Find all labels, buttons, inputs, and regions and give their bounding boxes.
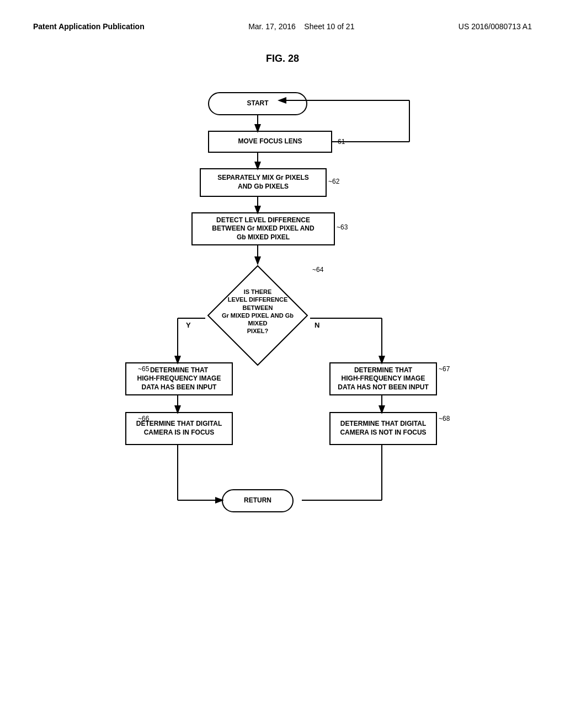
step-66: DETERMINE THAT DIGITAL CAMERA IS IN FOCU… [125,412,233,445]
start-node: START [208,92,307,115]
step-65: DETERMINE THAT HIGH-FREQUENCY IMAGE DATA… [125,362,233,395]
step65-line2: HIGH-FREQUENCY IMAGE [137,374,221,383]
step64-line4: PIXEL? [216,327,299,335]
ref-64: ~64 [312,266,323,274]
step-61: MOVE FOCUS LENS [208,131,332,153]
step64-line3: Gr MIXED PIXEL AND Gb MIXED [216,312,299,328]
step67-line3: DATA HAS NOT BEEN INPUT [338,383,428,392]
step63-line2: BETWEEN Gr MIXED PIXEL AND [212,224,314,233]
step61-label: MOVE FOCUS LENS [238,137,302,146]
step62-line2: AND Gb PIXELS [217,183,309,191]
header-patent-number: US 2016/0080713 A1 [459,22,532,31]
step63-line1: DETECT LEVEL DIFFERENCE [212,216,314,225]
step-64-diamond: IS THERE LEVEL DIFFERENCE BETWEEN Gr MIX… [205,263,310,368]
step68-line1: DETERMINE THAT DIGITAL [340,420,426,429]
ref-68: ~68 [439,415,450,422]
start-label: START [247,99,268,108]
step64-line1: IS THERE [216,288,299,296]
step66-line2: CAMERA IS IN FOCUS [136,429,222,437]
figure-title: FIG. 28 [0,53,565,65]
step-68: DETERMINE THAT DIGITAL CAMERA IS NOT IN … [329,412,437,445]
step66-line1: DETERMINE THAT DIGITAL [136,420,222,429]
n-text: N [315,321,319,329]
step68-line2: CAMERA IS NOT IN FOCUS [340,429,426,437]
label-y: Y [186,321,191,329]
flowchart: START MOVE FOCUS LENS ~61 SEPARATELY MIX… [89,81,476,577]
y-text: Y [186,321,191,329]
ref-62: ~62 [328,178,339,185]
step64-line2: LEVEL DIFFERENCE BETWEEN [216,296,299,312]
ref-61: ~61 [334,138,345,146]
ref-67: ~67 [439,365,450,373]
header-date-sheet: Mar. 17, 2016 Sheet 10 of 21 [248,22,354,31]
patent-number-text: US 2016/0080713 A1 [459,22,532,31]
date-text: Mar. 17, 2016 [248,22,296,31]
step64-text: IS THERE LEVEL DIFFERENCE BETWEEN Gr MIX… [205,288,310,335]
step65-line1: DETERMINE THAT [137,366,221,375]
step-63: DETECT LEVEL DIFFERENCE BETWEEN Gr MIXED… [191,212,335,245]
label-n: N [315,321,319,329]
ref-63: ~63 [337,223,348,231]
step65-line3: DATA HAS BEEN INPUT [137,383,221,392]
return-label: RETURN [244,496,271,505]
publication-text: Patent Application Publication [33,22,145,31]
step-62: SEPARATELY MIX Gr PIXELS AND Gb PIXELS [200,168,327,197]
sheet-text: Sheet 10 of 21 [304,22,354,31]
step67-line1: DETERMINE THAT [338,366,428,375]
step62-line1: SEPARATELY MIX Gr PIXELS [217,174,309,183]
return-node: RETURN [222,489,294,512]
page-header: Patent Application Publication Mar. 17, … [0,0,565,42]
fig-title-text: FIG. 28 [266,53,299,64]
step-67: DETERMINE THAT HIGH-FREQUENCY IMAGE DATA… [329,362,437,395]
step63-line3: Gb MIXED PIXEL [212,233,314,242]
step67-line2: HIGH-FREQUENCY IMAGE [338,374,428,383]
header-publication-label: Patent Application Publication [33,22,145,31]
